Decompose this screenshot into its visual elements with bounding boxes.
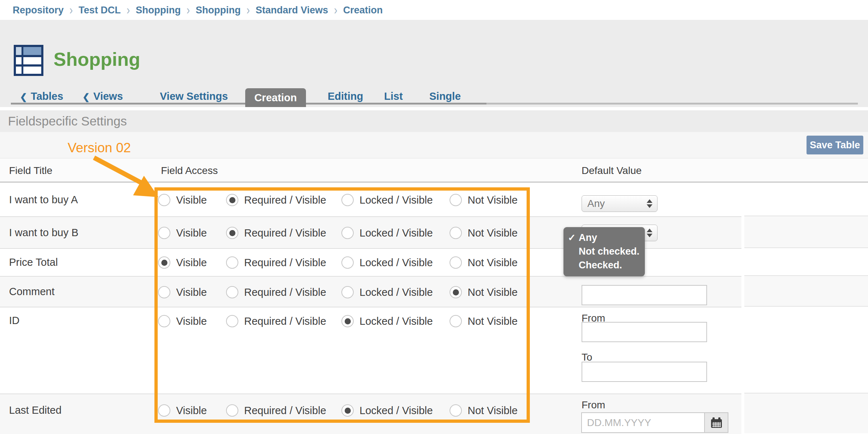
radio-option-locked-visible[interactable]: Locked / Visible bbox=[341, 404, 433, 417]
date-from-input[interactable] bbox=[581, 412, 705, 433]
radio-icon[interactable] bbox=[341, 227, 354, 239]
column-header-field-title: Field Title bbox=[9, 165, 52, 176]
breadcrumb-item-creation[interactable]: Creation bbox=[343, 5, 383, 16]
radio-option-visible[interactable]: Visible bbox=[158, 227, 207, 239]
table-row: Comment Visible Required / Visible Locke… bbox=[0, 277, 868, 307]
radio-icon[interactable] bbox=[226, 227, 238, 239]
breadcrumb-separator: › bbox=[246, 3, 250, 17]
annotation-version-label: Version 02 bbox=[68, 140, 131, 156]
table-row: I want to buy A Visible Required / Visib… bbox=[0, 183, 868, 217]
radio-icon[interactable] bbox=[341, 315, 354, 327]
radio-option-not-visible[interactable]: Not Visible bbox=[450, 315, 518, 327]
radio-icon[interactable] bbox=[158, 256, 170, 269]
range-from-input[interactable] bbox=[582, 322, 707, 342]
radio-icon[interactable] bbox=[226, 404, 238, 417]
save-table-button[interactable]: Save Table bbox=[807, 136, 863, 154]
radio-icon[interactable] bbox=[226, 194, 238, 206]
tab-single[interactable]: Single bbox=[429, 90, 461, 102]
field-title-label: I want to buy A bbox=[9, 194, 78, 206]
range-to-input[interactable] bbox=[582, 362, 707, 382]
dropdown-option[interactable]: ✓Not checked. bbox=[563, 244, 645, 258]
default-value-text-input[interactable] bbox=[582, 285, 707, 305]
radio-icon[interactable] bbox=[450, 286, 462, 298]
breadcrumb: Repository › Test DCL › Shopping › Shopp… bbox=[13, 4, 383, 16]
breadcrumb-separator: › bbox=[187, 3, 190, 17]
field-title-label: Last Edited bbox=[9, 404, 61, 416]
table-header-row: Field Title Field Access Default Value bbox=[0, 158, 868, 183]
field-title-label: Comment bbox=[9, 286, 55, 298]
radio-option-locked-visible[interactable]: Locked / Visible bbox=[341, 286, 433, 298]
radio-icon[interactable] bbox=[341, 256, 354, 269]
radio-icon[interactable] bbox=[450, 256, 462, 269]
radio-option-required-visible[interactable]: Required / Visible bbox=[226, 227, 326, 239]
tab-view-settings[interactable]: View Settings bbox=[160, 90, 228, 102]
default-value-select[interactable]: Any bbox=[582, 195, 658, 212]
tab-back-tables[interactable]: ❮Tables bbox=[20, 90, 63, 102]
app-root: Repository › Test DCL › Shopping › Shopp… bbox=[0, 0, 868, 434]
table-row: I want to buy B Visible Required / Visib… bbox=[0, 217, 868, 249]
radio-option-locked-visible[interactable]: Locked / Visible bbox=[341, 315, 433, 327]
tab-back-views[interactable]: ❮Views bbox=[82, 90, 123, 102]
radio-icon[interactable] bbox=[450, 227, 462, 239]
radio-icon[interactable] bbox=[158, 315, 170, 327]
date-input-group bbox=[581, 412, 728, 433]
field-title-label: I want to buy B bbox=[9, 227, 78, 239]
field-title-label: ID bbox=[9, 315, 20, 327]
radio-icon[interactable] bbox=[158, 227, 170, 239]
radio-icon[interactable] bbox=[158, 286, 170, 298]
radio-option-not-visible[interactable]: Not Visible bbox=[450, 404, 518, 417]
tab-creation-active[interactable]: Creation bbox=[245, 88, 306, 107]
radio-option-required-visible[interactable]: Required / Visible bbox=[226, 194, 326, 206]
radio-option-required-visible[interactable]: Required / Visible bbox=[226, 286, 326, 298]
radio-option-not-visible[interactable]: Not Visible bbox=[450, 256, 518, 269]
radio-option-required-visible[interactable]: Required / Visible bbox=[226, 404, 326, 417]
radio-icon[interactable] bbox=[226, 315, 238, 327]
radio-icon[interactable] bbox=[158, 194, 170, 206]
section-title: Fieldspecific Settings bbox=[8, 114, 127, 128]
radio-icon[interactable] bbox=[158, 404, 170, 417]
breadcrumb-item-test-dcl[interactable]: Test DCL bbox=[78, 5, 121, 16]
calendar-icon bbox=[710, 417, 723, 429]
date-from-label: From bbox=[582, 399, 605, 411]
radio-option-not-visible[interactable]: Not Visible bbox=[450, 194, 518, 206]
radio-option-visible[interactable]: Visible bbox=[158, 315, 207, 327]
radio-icon[interactable] bbox=[450, 194, 462, 206]
radio-icon[interactable] bbox=[450, 315, 462, 327]
radio-option-locked-visible[interactable]: Locked / Visible bbox=[341, 227, 433, 239]
breadcrumb-separator: › bbox=[69, 3, 73, 17]
radio-option-required-visible[interactable]: Required / Visible bbox=[226, 256, 326, 269]
radio-option-visible[interactable]: Visible bbox=[158, 404, 207, 417]
radio-icon[interactable] bbox=[341, 404, 354, 417]
table-row: ID Visible Required / Visible Locked / V… bbox=[0, 307, 868, 394]
breadcrumb-item-standard-views[interactable]: Standard Views bbox=[256, 5, 328, 16]
radio-option-locked-visible[interactable]: Locked / Visible bbox=[341, 194, 433, 206]
dropdown-option[interactable]: ✓Checked. bbox=[563, 258, 645, 272]
tab-list[interactable]: List bbox=[384, 90, 403, 102]
table-row: Price Total Visible Required / Visible L… bbox=[0, 249, 868, 277]
radio-icon[interactable] bbox=[226, 286, 238, 298]
select-stepper-icon bbox=[647, 229, 652, 237]
calendar-button[interactable] bbox=[705, 412, 728, 433]
breadcrumb-item-shopping[interactable]: Shopping bbox=[136, 5, 180, 16]
radio-option-not-visible[interactable]: Not Visible bbox=[450, 286, 518, 298]
dropdown-option[interactable]: ✓Any bbox=[563, 231, 645, 244]
radio-option-visible[interactable]: Visible bbox=[158, 286, 207, 298]
row-background-tail bbox=[744, 393, 868, 433]
radio-icon[interactable] bbox=[226, 256, 238, 269]
tab-editing[interactable]: Editing bbox=[328, 90, 363, 102]
table-row: Last Edited Visible Required / Visible L… bbox=[0, 394, 868, 434]
radio-option-not-visible[interactable]: Not Visible bbox=[450, 227, 518, 239]
breadcrumb-item-repository[interactable]: Repository bbox=[13, 5, 64, 16]
page-title: Shopping bbox=[54, 48, 140, 70]
radio-option-visible[interactable]: Visible bbox=[158, 194, 207, 206]
radio-option-visible[interactable]: Visible bbox=[158, 256, 207, 269]
radio-icon[interactable] bbox=[341, 194, 354, 206]
radio-icon[interactable] bbox=[450, 404, 462, 417]
radio-option-required-visible[interactable]: Required / Visible bbox=[226, 315, 326, 327]
radio-icon[interactable] bbox=[341, 286, 354, 298]
table-icon bbox=[14, 45, 43, 76]
radio-option-locked-visible[interactable]: Locked / Visible bbox=[341, 256, 433, 269]
chevron-left-icon: ❮ bbox=[82, 92, 90, 102]
column-header-field-access: Field Access bbox=[161, 165, 218, 176]
breadcrumb-item-shopping-2[interactable]: Shopping bbox=[196, 5, 241, 16]
